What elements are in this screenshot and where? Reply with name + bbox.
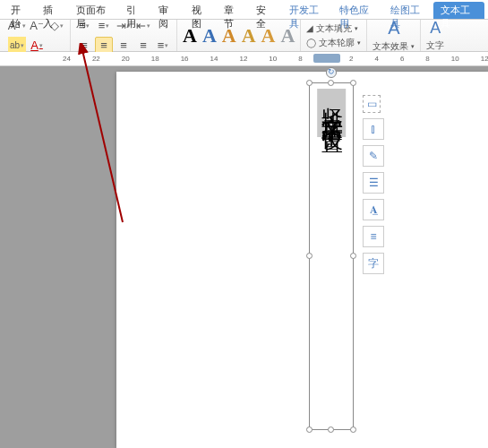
ribbon: A⁺ A⁻ ◇ ab A ≡ ≡ ⇥ ⇤ ≡ ≡ ≡ ≡ ≡: [0, 20, 488, 52]
tab-sections[interactable]: 章节: [217, 2, 249, 19]
tab-insert[interactable]: 插入: [36, 2, 68, 19]
horizontal-ruler[interactable]: 242220 181614 12108 6 246 81012 14: [0, 52, 488, 66]
document-page[interactable]: [116, 72, 488, 448]
style-a-2[interactable]: A: [202, 24, 217, 47]
ruler-marker[interactable]: [313, 54, 340, 63]
resize-handle-r[interactable]: [350, 253, 356, 259]
vertical-text-box[interactable]: 竖排文字居中设置。: [309, 82, 354, 430]
text-fill-button[interactable]: ◢文本填充▾: [306, 22, 361, 35]
float-tool-outline[interactable]: ✎: [363, 145, 384, 167]
floating-toolbar: ▭ ⫿ ✎ ☰ 𝐀̲ ≡ 字: [363, 95, 384, 274]
fill-icon: ◢: [306, 23, 313, 33]
outline-icon: ◯: [306, 38, 316, 47]
tab-start[interactable]: 开始: [4, 2, 36, 19]
float-tool-fill[interactable]: ⫿: [363, 118, 384, 140]
tab-text-tools[interactable]: 文本工具: [433, 2, 484, 19]
tab-drawing-tools[interactable]: 绘图工具: [383, 2, 434, 19]
text-outline-button[interactable]: ◯文本轮廓▾: [306, 37, 361, 49]
tab-security[interactable]: 安全: [249, 2, 281, 19]
resize-handle-bl[interactable]: [306, 426, 312, 433]
tab-developer[interactable]: 开发工具: [282, 2, 333, 19]
tab-page-layout[interactable]: 页面布局: [69, 2, 120, 19]
float-tool-align[interactable]: ≡: [363, 226, 384, 247]
document-canvas: [0, 66, 488, 448]
resize-handle-l[interactable]: [306, 253, 312, 259]
tab-review[interactable]: 审阅: [151, 2, 184, 19]
tab-view[interactable]: 视图: [184, 2, 217, 19]
tab-references[interactable]: 引用: [119, 2, 151, 19]
outdent-button[interactable]: ⇤: [134, 17, 152, 35]
numbering-button[interactable]: ≡: [95, 17, 113, 35]
resize-handle-b[interactable]: [328, 426, 334, 433]
rotate-handle[interactable]: [326, 67, 337, 78]
tab-special[interactable]: 特色应用: [332, 2, 383, 19]
text-effects-button[interactable]: 文本效果▾: [372, 40, 415, 53]
float-tool-text[interactable]: 字: [363, 253, 384, 274]
tab-bar: 开始 插入 页面布局 引用 审阅 视图 章节 安全 开发工具 特色应用 绘图工具…: [0, 0, 488, 20]
float-tool-shape[interactable]: ☰: [363, 172, 384, 194]
style-a-4[interactable]: A: [242, 24, 256, 47]
resize-handle-tl[interactable]: [306, 80, 312, 86]
resize-handle-tr[interactable]: [350, 80, 356, 86]
float-tool-layout[interactable]: ▭: [363, 95, 381, 113]
vertical-text-content[interactable]: 竖排文字居中设置。: [317, 89, 346, 137]
text-direction-label[interactable]: 文字: [426, 39, 444, 52]
text-direction-icon: A: [430, 19, 441, 38]
resize-handle-t[interactable]: [328, 80, 334, 86]
resize-handle-br[interactable]: [350, 426, 356, 433]
float-tool-font[interactable]: 𝐀̲: [363, 199, 384, 220]
